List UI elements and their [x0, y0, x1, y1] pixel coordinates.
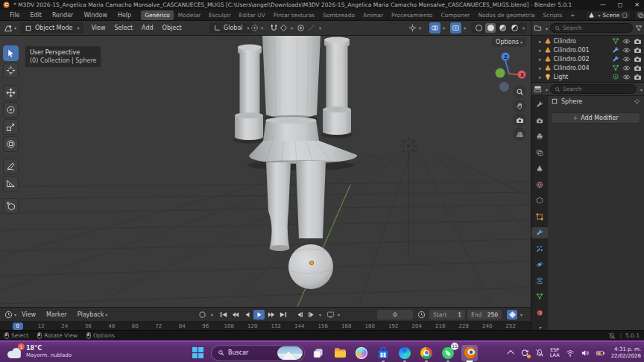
timeline-menu-view[interactable]: View — [16, 311, 41, 318]
do-not-disturb-icon[interactable] — [535, 349, 544, 358]
expand-icon[interactable] — [539, 74, 542, 80]
edge-icon[interactable] — [397, 345, 413, 361]
light-object[interactable] — [400, 138, 417, 256]
scene-browse-caret[interactable] — [597, 12, 601, 19]
properties-editor-icon[interactable] — [534, 85, 542, 93]
shading-wireframe-button[interactable] — [473, 23, 484, 33]
outliner-row-cilindro-002[interactable]: Cilindro.002 — [531, 54, 644, 63]
language-indicator[interactable]: ESPLAA — [550, 348, 560, 358]
notifications-muted-icon[interactable] — [608, 332, 616, 340]
scale-tool[interactable] — [3, 119, 19, 135]
tab-view-layer[interactable] — [531, 147, 548, 159]
outliner-row-cilindro[interactable]: Cilindro — [531, 36, 644, 45]
snap-target-icon[interactable] — [280, 24, 288, 32]
frame-end-field[interactable]: End250 — [467, 310, 502, 320]
tab-world[interactable] — [531, 180, 548, 191]
outliner-mode-caret[interactable] — [544, 25, 548, 32]
frame-forward-button[interactable] — [306, 310, 317, 320]
object-name[interactable]: Cilindro.001 — [554, 47, 590, 54]
overlays-toggle[interactable] — [429, 22, 441, 34]
select-box-tool[interactable] — [3, 45, 19, 61]
mode-dropdown[interactable]: Object Mode — [20, 22, 83, 34]
new-scene-icon[interactable] — [622, 12, 628, 19]
add-primitive-tool[interactable] — [3, 198, 19, 214]
workspace-tab-modelar[interactable]: Modelar — [174, 10, 204, 20]
scene-selector[interactable]: Scene — [585, 10, 632, 19]
close-button[interactable]: ✕ — [634, 1, 640, 8]
chrome-icon[interactable] — [418, 345, 435, 361]
hide-eye-icon[interactable] — [622, 64, 631, 72]
workspace-tab-editar-uv[interactable]: Editar UV — [236, 10, 269, 20]
copilot-icon[interactable] — [353, 345, 370, 361]
jump-to-end-button[interactable] — [277, 310, 288, 320]
tab-scene[interactable] — [531, 163, 548, 174]
breadcrumb-object-name[interactable]: Sphere — [561, 98, 582, 105]
tab-object-data[interactable] — [531, 291, 548, 302]
tab-object[interactable] — [531, 212, 548, 223]
outliner-row-cilindro-004[interactable]: Cilindro.004 — [531, 63, 644, 72]
measure-tool[interactable] — [3, 176, 19, 191]
workspace-tab-nodos[interactable]: Nodos de geometría — [474, 10, 538, 20]
show-gizmo-icon[interactable] — [408, 24, 417, 32]
xray-caret[interactable] — [462, 25, 466, 31]
timeline-editor-icon[interactable] — [4, 311, 13, 319]
shading-caret[interactable] — [521, 25, 525, 31]
tab-physics[interactable] — [531, 259, 548, 270]
object-name[interactable]: Cilindro — [554, 38, 576, 45]
pivot-dropdown[interactable] — [250, 24, 263, 32]
gizmo-minus-z-axis[interactable] — [499, 82, 509, 92]
camera-view-icon[interactable] — [513, 113, 526, 127]
tab-render[interactable] — [531, 115, 548, 127]
timeline-menu-marker[interactable]: Marker — [41, 311, 72, 318]
keying-caret[interactable] — [209, 311, 213, 318]
expand-icon[interactable] — [539, 47, 542, 54]
scene-name[interactable]: Scene — [603, 12, 620, 19]
current-frame-field[interactable]: 0 — [377, 310, 413, 320]
proportional-edit-icon[interactable] — [297, 24, 305, 32]
battery-icon[interactable] — [596, 349, 605, 358]
keying-set-icon[interactable] — [507, 310, 517, 320]
hide-eye-icon[interactable] — [622, 46, 631, 54]
search-highlight-image[interactable] — [277, 346, 303, 360]
cursor-tool[interactable] — [3, 63, 19, 78]
viewport-menu-select[interactable]: Select — [110, 25, 137, 31]
blender-taskbar-icon[interactable] — [461, 345, 478, 361]
workspace-tab-generico[interactable]: Genérico — [141, 10, 174, 20]
frame-back-button[interactable] — [294, 310, 305, 320]
auto-keying-button[interactable] — [197, 310, 208, 320]
pin-icon[interactable] — [634, 98, 640, 105]
minimize-button[interactable]: — — [600, 1, 606, 8]
add-workspace-button[interactable]: + — [566, 10, 578, 20]
transform-orientation-dropdown[interactable]: Global — [209, 22, 254, 34]
tab-constraints[interactable] — [531, 276, 548, 287]
workspace-tab-animar[interactable]: Animar — [359, 10, 387, 20]
wifi-icon[interactable] — [566, 349, 575, 358]
gizmo-caret[interactable] — [417, 25, 421, 31]
expand-icon[interactable] — [539, 38, 542, 45]
gizmo-y-axis[interactable] — [496, 69, 505, 78]
disable-render-icon[interactable] — [634, 37, 642, 45]
hide-eye-icon[interactable] — [622, 73, 631, 81]
microsoft-store-icon[interactable] — [375, 345, 391, 361]
start-button[interactable] — [189, 345, 206, 361]
hidden-icons-chevron[interactable] — [507, 350, 514, 358]
tab-modifiers[interactable] — [531, 227, 548, 238]
window-titlebar[interactable]: * M3DV 2026-1S_Angelica Maria Camacho Mo… — [0, 0, 644, 10]
menu-render[interactable]: Render — [47, 12, 78, 19]
tab-collection[interactable] — [531, 195, 548, 206]
viewport-menu-object[interactable]: Object — [158, 25, 186, 31]
viewport-canvas[interactable]: User Perspective (0) Collection | Sphere… — [0, 36, 531, 307]
properties-search-input[interactable]: Search — [550, 84, 637, 94]
overlays-caret[interactable] — [441, 25, 445, 31]
outliner-row-cilindro-001[interactable]: Cilindro.001 — [531, 45, 644, 54]
xray-toggle[interactable] — [450, 22, 461, 34]
weather-widget[interactable]: 1 18°C Mayorm. nublado — [0, 345, 72, 359]
annotate-tool[interactable] — [3, 159, 19, 174]
navigation-gizmo[interactable]: Z X — [488, 43, 530, 85]
falloff-icon[interactable] — [307, 24, 315, 32]
menu-window[interactable]: Window — [78, 12, 113, 19]
tab-particles[interactable] — [531, 244, 548, 255]
jump-to-start-button[interactable] — [218, 310, 229, 320]
keying-set-caret[interactable] — [519, 311, 523, 318]
whatsapp-icon[interactable]: 11 — [440, 345, 456, 361]
